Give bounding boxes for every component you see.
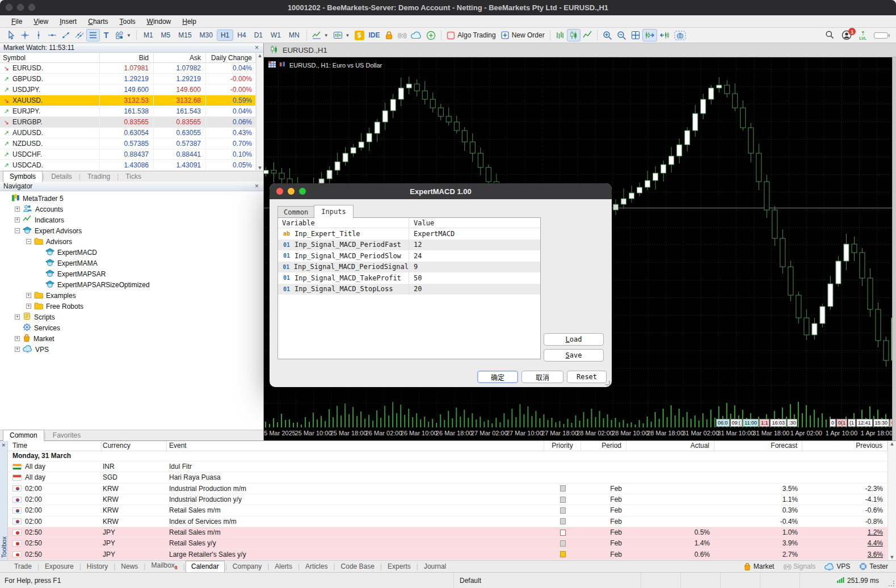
- auto-scroll-icon[interactable]: [642, 29, 657, 41]
- tree-item-services[interactable]: Services: [0, 322, 263, 333]
- event-time-chip[interactable]: 06:0: [716, 419, 730, 427]
- line-chart-icon[interactable]: [580, 29, 594, 41]
- ok-button[interactable]: 确定: [477, 371, 518, 383]
- timeframe-m1[interactable]: M1: [140, 30, 157, 41]
- tab-company[interactable]: Company: [228, 561, 267, 572]
- template-icon[interactable]: ▼: [331, 29, 352, 41]
- symbol-row-usdcad[interactable]: ↗USDCAD.1.430861.430910.05%: [0, 160, 256, 171]
- horizontal-line-icon[interactable]: [45, 29, 59, 41]
- scroll-up-icon[interactable]: ▲: [258, 53, 261, 58]
- dialog-close-button[interactable]: [276, 188, 283, 195]
- symbol-row-xauusd[interactable]: ↘XAUUSD.3132.533132.680.59%: [0, 95, 256, 106]
- chart-tab-bar[interactable]: EURUSD.,H1: [264, 43, 896, 57]
- profile-selector[interactable]: Default: [453, 573, 641, 588]
- tab-news[interactable]: News: [116, 561, 143, 572]
- calendar-row[interactable]: 02:00KRWRetail Sales m/mFeb0.3%-0.6%: [8, 505, 887, 516]
- expand-icon[interactable]: +: [26, 304, 31, 309]
- event-time-chip[interactable]: 0(1: [836, 419, 847, 427]
- calendar-row[interactable]: All daySGDHari Raya Puasa: [8, 472, 887, 483]
- timeframe-m30[interactable]: M30: [196, 30, 217, 41]
- event-time-chip[interactable]: 16:03: [770, 419, 786, 427]
- menu-help[interactable]: Help: [176, 16, 202, 27]
- tree-item-expert-advisors[interactable]: −Expert Advisors: [0, 225, 263, 236]
- tester-button[interactable]: Tester: [859, 562, 888, 570]
- tree-item-indicators[interactable]: +Indicators: [0, 215, 263, 225]
- input-row-inp_signal_macd_periodslow[interactable]: 01Inp_Signal_MACD_PeriodSlow24: [278, 250, 540, 262]
- timeframe-w1[interactable]: W1: [267, 30, 285, 41]
- menu-charts[interactable]: Charts: [82, 16, 113, 27]
- dollar-icon[interactable]: $: [352, 29, 367, 41]
- market-button[interactable]: Market: [743, 562, 775, 571]
- symbol-row-usdchf[interactable]: ↗USDCHF.0.884370.884410.10%: [0, 149, 256, 160]
- tile-windows-icon[interactable]: [629, 29, 642, 41]
- tree-item-expertmama[interactable]: ExpertMAMA: [0, 258, 263, 268]
- minimize-window-button[interactable]: [17, 4, 24, 11]
- input-value-cell[interactable]: 20: [409, 284, 540, 295]
- expand-icon[interactable]: +: [15, 336, 20, 341]
- input-row-inp_expert_title[interactable]: abInp_Expert_TitleExpertMACD: [278, 228, 540, 240]
- tab-details[interactable]: Details: [44, 171, 79, 182]
- dialog-titlebar[interactable]: ExpertMACD 1.00: [270, 183, 612, 199]
- channel-icon[interactable]: [73, 29, 86, 41]
- calendar-scrollbar[interactable]: ▲ ▼: [887, 441, 896, 560]
- calendar-row[interactable]: 02:50JPYLarge Retailer's Sales y/yFeb0.6…: [8, 549, 887, 560]
- text-icon[interactable]: T: [100, 29, 112, 41]
- new-order-button[interactable]: New Order: [498, 29, 547, 41]
- market-watch-scrollbar[interactable]: ▲ ▼: [256, 53, 263, 171]
- tree-item-accounts[interactable]: +Accounts: [0, 204, 263, 215]
- menu-insert[interactable]: Insert: [54, 16, 82, 27]
- column-header-bid[interactable]: Bid: [100, 53, 154, 62]
- timeframe-h1[interactable]: H1: [217, 30, 233, 41]
- bars-chart-icon[interactable]: [553, 29, 567, 41]
- trendline-icon[interactable]: [59, 29, 73, 41]
- event-time-chip[interactable]: 15:30: [873, 419, 890, 427]
- tree-item-examples[interactable]: +Examples: [0, 290, 263, 301]
- tab-symbols[interactable]: Symbols: [3, 171, 43, 182]
- load-button[interactable]: Load: [544, 333, 604, 346]
- menu-window[interactable]: Window: [141, 16, 177, 27]
- cloud-icon[interactable]: [409, 29, 424, 41]
- symbol-row-nzdusd[interactable]: ↗NZDUSD.0.573850.573870.70%: [0, 138, 256, 149]
- input-value-cell[interactable]: 24: [409, 250, 540, 262]
- dialog-zoom-button[interactable]: [299, 188, 306, 195]
- tree-item-expertmapsarsizeoptimized[interactable]: ExpertMAPSARSizeOptimized: [0, 279, 263, 290]
- ide-icon[interactable]: IDE: [367, 29, 382, 41]
- fibo-lines-icon[interactable]: [86, 29, 100, 41]
- column-header-symbol[interactable]: Symbol: [0, 53, 100, 62]
- tree-item-vps[interactable]: +VPS: [0, 344, 263, 355]
- input-value-cell[interactable]: 9: [409, 262, 540, 273]
- scroll-up-icon[interactable]: ▲: [890, 442, 893, 446]
- tab-articles[interactable]: Articles: [300, 561, 333, 572]
- tree-item-scripts[interactable]: +Scripts: [0, 312, 263, 322]
- tab-mailbox[interactable]: Mailbox8: [146, 560, 182, 572]
- calendar-row[interactable]: All dayINRIdul Fitr: [8, 461, 887, 472]
- column-header-forecast[interactable]: Forecast: [714, 441, 802, 451]
- timeframe-m5[interactable]: M5: [157, 30, 175, 41]
- cancel-button[interactable]: 取消: [521, 371, 563, 383]
- input-row-inp_signal_macd_periodfast[interactable]: 01Inp_Signal_MACD_PeriodFast12: [278, 240, 540, 251]
- symbol-row-eurjpy[interactable]: ↗EURJPY.161.538161.5430.04%: [0, 106, 256, 117]
- cursor-icon[interactable]: [5, 29, 18, 41]
- candles-chart-icon[interactable]: [567, 29, 580, 41]
- event-time-chip[interactable]: :30: [787, 419, 798, 427]
- zoom-window-button[interactable]: [28, 4, 35, 11]
- vertical-line-icon[interactable]: [32, 29, 45, 41]
- close-icon[interactable]: ×: [2, 442, 5, 448]
- calendar-row[interactable]: 02:50JPYRetail Sales m/mFeb0.5%1.0%1.2%: [8, 527, 887, 538]
- symbol-row-usdjpy[interactable]: ↗USDJPY.149.600149.600-0.00%: [0, 85, 256, 95]
- lvl-indicator[interactable]: ⇡LVL: [859, 31, 866, 40]
- tab-code-base[interactable]: Code Base: [336, 561, 380, 572]
- broadcast-icon[interactable]: ((o)): [396, 29, 409, 41]
- column-header-actual[interactable]: Actual: [626, 441, 714, 451]
- crosshair-icon[interactable]: [18, 29, 32, 41]
- column-header-period[interactable]: Period: [581, 441, 626, 451]
- dialog-minimize-button[interactable]: [288, 188, 295, 195]
- tab-ticks[interactable]: Ticks: [119, 171, 148, 182]
- expand-icon[interactable]: +: [15, 217, 20, 222]
- event-time-chip[interactable]: 09:(: [730, 419, 743, 427]
- tab-favorites[interactable]: Favorites: [46, 430, 87, 440]
- tab-exposure[interactable]: Exposure: [40, 561, 79, 572]
- expand-icon[interactable]: +: [15, 347, 20, 352]
- window-resize-grip[interactable]: [885, 573, 896, 588]
- reset-button[interactable]: Reset: [567, 371, 607, 383]
